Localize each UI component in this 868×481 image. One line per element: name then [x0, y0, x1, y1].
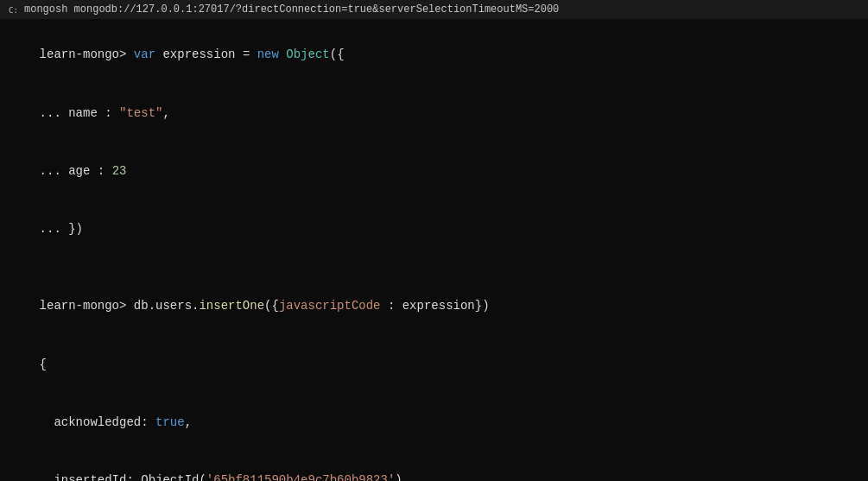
- terminal-body[interactable]: learn-mongo> var expression = new Object…: [0, 19, 868, 481]
- svg-text:C:\: C:\: [9, 6, 18, 15]
- title-bar: C:\ mongosh mongodb://127.0.0.1:27017/?d…: [0, 0, 868, 19]
- terminal-line-8: insertedId: ObjectId('65bf811590b4e9c7b6…: [10, 452, 858, 481]
- terminal-line-2: ... name : "test",: [10, 84, 858, 142]
- terminal-line-6: {: [10, 335, 858, 393]
- terminal-line-3: ... age : 23: [10, 142, 858, 199]
- terminal-line-5: learn-mongo> db.users.insertOne({javascr…: [10, 277, 858, 335]
- terminal-line-1: learn-mongo> var expression = new Object…: [10, 26, 858, 84]
- cmd-icon: C:\: [7, 3, 19, 16]
- terminal-line-4: ... }): [10, 200, 858, 258]
- terminal-line-7: acknowledged: true,: [10, 393, 858, 451]
- terminal-line-blank: [10, 258, 858, 277]
- title-bar-text: mongosh mongodb://127.0.0.1:27017/?direc…: [24, 3, 559, 16]
